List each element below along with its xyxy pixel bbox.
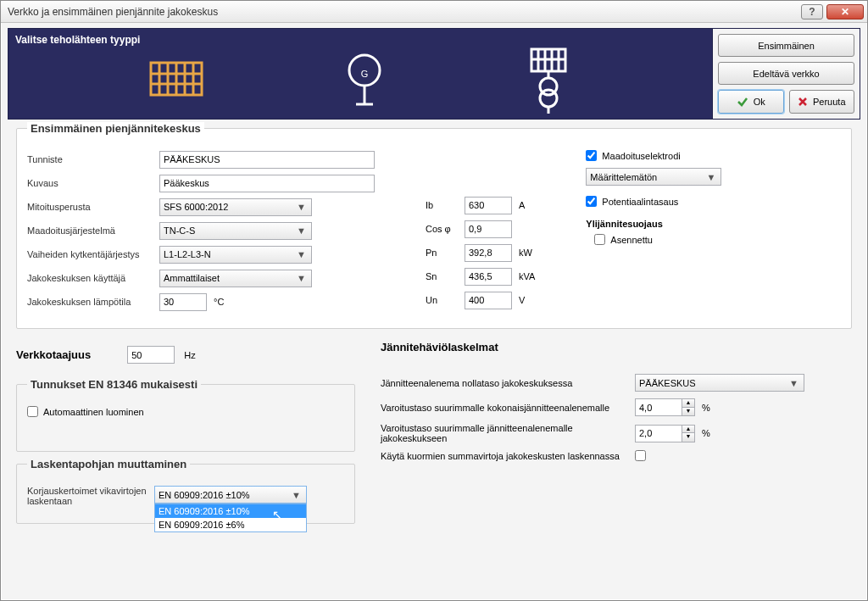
sizing-basis-label: Mitoitusperusta: [27, 202, 159, 212]
identifier-label: Tunniste: [27, 154, 159, 164]
previous-network-button[interactable]: Edeltävä verkko: [718, 62, 854, 85]
auto-create-label: Automaattinen luominen: [43, 407, 144, 417]
sum-currents-checkbox[interactable]: [635, 450, 646, 461]
phase-sequence-label: Vaiheiden kytkentäjärjestys: [27, 249, 159, 259]
first-lv-board-title: Ensimmäinen pienjännitekeskus: [27, 122, 204, 135]
un-unit: V: [519, 295, 525, 305]
correction-factor-select[interactable]: EN 60909:2016 ±10%▼ EN 60909:2016 ±10%↖ …: [154, 486, 307, 504]
sum-currents-label: Käytä kuormien summavirtoja jakokeskuste…: [381, 451, 635, 461]
first-button[interactable]: Ensimmäinen: [718, 34, 854, 57]
chevron-down-icon: ▼: [295, 225, 308, 236]
calculation-basis-group: Laskentapohjan muuttaminen Korjauskertoi…: [16, 464, 355, 524]
earth-electrode-select[interactable]: Määrittelemätön▼: [586, 168, 721, 186]
first-lv-board-group: Ensimmäinen pienjännitekeskus Tunniste K…: [16, 128, 852, 329]
ib-input[interactable]: [465, 197, 512, 214]
chevron-down-icon: ▼: [787, 378, 800, 388]
vd-warn-board-label: Varoitustaso suurimmalle jännitteenalene…: [381, 423, 635, 443]
titlebar: Verkko ja ensimmäinen pienjännite jakoke…: [1, 1, 867, 23]
window-title: Verkko ja ensimmäinen pienjännite jakoke…: [8, 6, 218, 18]
board-temp-label: Jakokeskuksen lämpötila: [27, 297, 159, 307]
phase-sequence-select[interactable]: L1-L2-L3-N▼: [159, 246, 312, 264]
window-buttons: ? ✕: [801, 4, 864, 19]
ib-unit: A: [519, 200, 525, 210]
auto-create-checkbox[interactable]: [27, 406, 38, 417]
vd-warn-total-label: Varoitustaso suurimmalle kokonaisjännitt…: [381, 403, 635, 413]
sizing-basis-select[interactable]: SFS 6000:2012▼: [159, 198, 312, 216]
chevron-down-icon: ▼: [295, 202, 308, 212]
freq-title: Verkkotaajuus: [16, 348, 91, 361]
help-button[interactable]: ?: [801, 4, 823, 19]
identifier-input[interactable]: [159, 151, 375, 169]
freq-unit: Hz: [184, 350, 195, 360]
close-button[interactable]: ✕: [826, 4, 864, 19]
chevron-down-icon: ▼: [295, 273, 308, 283]
check-icon: [737, 96, 748, 108]
sn-unit: kVA: [519, 271, 535, 281]
cancel-button[interactable]: Peruuta: [789, 90, 855, 114]
earth-electrode-checkbox[interactable]: [586, 150, 597, 161]
vd-zero-level-select[interactable]: PÄÄKESKUS▼: [635, 374, 804, 392]
spin-up-icon[interactable]: ▲: [682, 399, 694, 408]
voltage-drop-title: Jännitehäviölaskelmat: [381, 341, 852, 353]
description-input[interactable]: [159, 175, 375, 192]
source-type-label: Valitse teholähteen tyyppi: [15, 34, 140, 46]
header-buttons-panel: Ensimmäinen Edeltävä verkko Ok Peruuta: [712, 29, 860, 119]
vd-warn-total-spinner[interactable]: ▲▼: [635, 398, 695, 416]
en81346-group: Tunnukset EN 81346 mukaisesti Automaatti…: [16, 384, 355, 452]
installed-label: Asennettu: [610, 235, 653, 245]
installed-checkbox[interactable]: [594, 234, 605, 245]
sn-input[interactable]: [465, 268, 512, 286]
source-type-header: Valitse teholähteen tyyppi G Ensimmäinen…: [8, 28, 860, 120]
freq-input[interactable]: [127, 346, 175, 364]
board-user-label: Jakokeskuksen käyttäjä: [27, 273, 159, 283]
app-window: Verkko ja ensimmäinen pienjännite jakoke…: [0, 0, 868, 601]
svg-text:G: G: [361, 69, 369, 79]
x-icon: [798, 97, 808, 107]
board-temp-input[interactable]: [159, 293, 207, 311]
un-label: Un: [426, 295, 465, 305]
pct-unit-2: %: [702, 428, 710, 438]
correction-option-2[interactable]: EN 60909:2016 ±6%: [155, 518, 306, 531]
correction-factor-label: Korjauskertoimet vikavirtojen laskentaan: [27, 486, 154, 506]
correction-factor-dropdown: EN 60909:2016 ±10%↖ EN 60909:2016 ±6%: [154, 504, 307, 532]
description-label: Kuvaus: [27, 178, 159, 188]
cosphi-input[interactable]: [465, 220, 512, 238]
calculation-basis-title: Laskentapohjan muuttaminen: [27, 458, 190, 470]
spin-down-icon[interactable]: ▼: [682, 408, 694, 415]
correction-option-1[interactable]: EN 60909:2016 ±10%↖: [155, 504, 306, 518]
pn-input[interactable]: [465, 244, 512, 262]
pct-unit: %: [702, 403, 710, 413]
vd-warn-board-spinner[interactable]: ▲▼: [635, 425, 695, 442]
overvoltage-title: Ylijännitesuojaus: [586, 219, 789, 229]
spin-up-icon[interactable]: ▲: [682, 426, 694, 434]
chevron-down-icon: ▼: [704, 172, 717, 182]
cosphi-label: Cos φ: [426, 224, 465, 234]
ok-button[interactable]: Ok: [718, 90, 784, 114]
svg-point-20: [540, 90, 557, 107]
chevron-down-icon: ▼: [295, 249, 308, 259]
earthing-system-select[interactable]: TN-C-S▼: [159, 222, 312, 240]
equipotential-label: Potentiaalintasaus: [602, 197, 678, 207]
board-user-select[interactable]: Ammattilaiset▼: [159, 270, 312, 287]
grid-source-icon[interactable]: [147, 58, 206, 105]
vd-zero-level-label: Jännitteenalenema nollataso jakokeskukse…: [381, 378, 635, 388]
en81346-title: Tunnukset EN 81346 mukaisesti: [27, 378, 201, 391]
spin-down-icon[interactable]: ▼: [682, 433, 694, 441]
chevron-down-icon: ▼: [290, 490, 303, 500]
pn-unit: kW: [519, 248, 532, 258]
generator-source-icon[interactable]: G: [346, 52, 383, 111]
earth-electrode-label: Maadoituselektrodi: [602, 151, 680, 161]
temp-unit: °C: [214, 297, 224, 307]
pn-label: Pn: [426, 248, 465, 258]
un-input[interactable]: [465, 292, 512, 309]
earthing-system-label: Maadoitusjärjestelmä: [27, 225, 159, 236]
sn-label: Sn: [426, 271, 465, 281]
transformer-source-icon[interactable]: [523, 47, 574, 115]
ib-label: Ib: [426, 200, 465, 210]
equipotential-checkbox[interactable]: [586, 196, 597, 207]
